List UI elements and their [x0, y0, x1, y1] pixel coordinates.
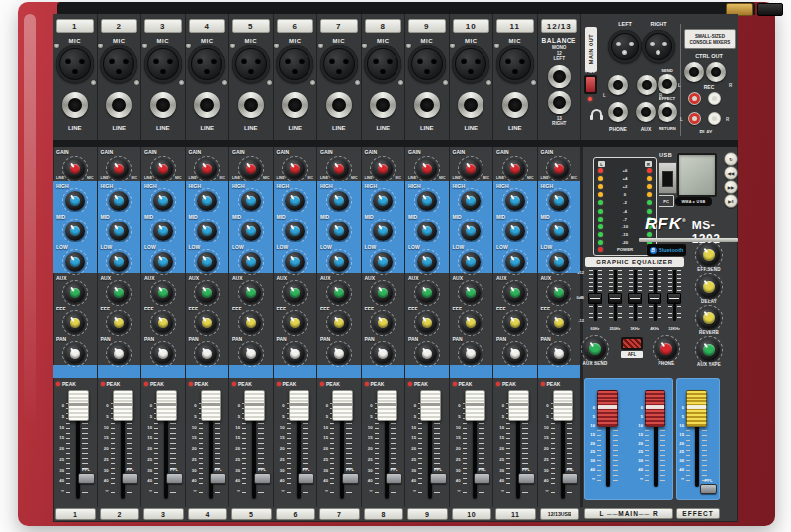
mid-eq-knob[interactable] [417, 222, 437, 241]
mid-eq-knob[interactable] [153, 222, 173, 241]
mid-eq-knob[interactable] [549, 222, 569, 241]
gain-knob[interactable] [153, 159, 173, 179]
mid-eq-knob[interactable] [461, 222, 481, 241]
pan-knob[interactable] [241, 344, 261, 364]
eq-band-slider[interactable]: 4KHz [645, 268, 664, 333]
channel-fader[interactable] [289, 390, 309, 421]
pfl-button[interactable] [700, 484, 717, 494]
previous-track-button[interactable]: ◀◀ [724, 166, 738, 180]
high-eq-knob[interactable] [241, 191, 261, 211]
phone-level-knob[interactable] [656, 338, 677, 360]
main-left-fader[interactable] [597, 390, 618, 427]
channel-fader[interactable] [465, 390, 485, 421]
gain-knob[interactable] [373, 159, 393, 179]
channel-fader[interactable] [68, 390, 89, 421]
aux-send-knob[interactable] [417, 283, 437, 303]
gain-knob[interactable] [109, 159, 129, 179]
aux-send-knob[interactable] [549, 283, 569, 303]
mid-eq-knob[interactable] [241, 222, 261, 241]
pfl-button[interactable] [254, 473, 271, 484]
gain-knob[interactable] [549, 159, 569, 179]
mid-eq-knob[interactable] [65, 222, 85, 241]
effect-send-knob[interactable] [329, 313, 349, 333]
effect-send-knob[interactable] [109, 313, 129, 333]
aux-send-master-knob[interactable] [584, 338, 606, 360]
aux-send-knob[interactable] [197, 283, 217, 303]
effect-send-master-knob[interactable] [698, 244, 720, 266]
mid-eq-knob[interactable] [505, 222, 525, 241]
mid-eq-knob[interactable] [329, 222, 349, 241]
gain-knob[interactable] [505, 159, 525, 179]
pfl-button[interactable] [474, 473, 490, 484]
eq-slider-cap[interactable] [628, 293, 642, 304]
eq-slider-cap[interactable] [667, 293, 681, 304]
gain-knob[interactable] [461, 159, 481, 179]
pan-knob[interactable] [109, 344, 129, 364]
channel-fader[interactable] [201, 390, 221, 421]
pan-knob[interactable] [549, 344, 569, 364]
phantom-power-switch[interactable] [584, 75, 597, 94]
low-eq-knob[interactable] [109, 252, 129, 272]
low-eq-knob[interactable] [65, 252, 85, 272]
aux-send-knob[interactable] [285, 283, 305, 303]
play-pause-button[interactable]: ▶‖ [724, 194, 738, 208]
pfl-button[interactable] [122, 473, 138, 484]
channel-fader[interactable] [553, 390, 573, 421]
aux-tape-knob[interactable] [698, 339, 720, 361]
channel-fader[interactable] [244, 390, 265, 421]
eq-slider-cap[interactable] [608, 293, 622, 304]
mid-eq-knob[interactable] [109, 222, 129, 241]
pfl-button[interactable] [518, 473, 535, 484]
pan-knob[interactable] [417, 344, 437, 364]
high-eq-knob[interactable] [285, 191, 305, 211]
pan-knob[interactable] [65, 344, 85, 364]
pan-knob[interactable] [329, 344, 349, 364]
effect-send-knob[interactable] [153, 313, 173, 333]
power-switch[interactable] [757, 3, 783, 16]
eq-slider-cap[interactable] [648, 293, 661, 304]
aux-send-knob[interactable] [329, 283, 349, 303]
effect-fader[interactable] [686, 390, 707, 427]
gain-knob[interactable] [197, 159, 217, 179]
mid-eq-knob[interactable] [285, 222, 305, 241]
pfl-button[interactable] [210, 473, 226, 484]
channel-fader[interactable] [332, 390, 353, 421]
afl-button[interactable] [621, 337, 643, 350]
effect-send-knob[interactable] [373, 313, 393, 333]
pan-knob[interactable] [285, 344, 305, 364]
pfl-button[interactable] [342, 473, 359, 484]
eq-band-slider[interactable]: 250Hz [605, 268, 625, 333]
reverb-knob[interactable] [698, 308, 720, 329]
effect-send-knob[interactable] [241, 313, 261, 333]
eq-band-slider[interactable]: 1KHz [625, 268, 645, 333]
high-eq-knob[interactable] [549, 191, 569, 211]
effect-send-knob[interactable] [285, 313, 305, 333]
high-eq-knob[interactable] [505, 191, 525, 211]
high-eq-knob[interactable] [65, 191, 85, 211]
pan-knob[interactable] [461, 344, 481, 364]
channel-fader[interactable] [377, 390, 397, 421]
low-eq-knob[interactable] [417, 252, 437, 272]
low-eq-knob[interactable] [461, 252, 481, 272]
repeat-button[interactable]: ↻ [724, 152, 738, 166]
aux-send-knob[interactable] [505, 283, 525, 303]
effect-send-knob[interactable] [197, 313, 217, 333]
pfl-button[interactable] [78, 473, 95, 484]
effect-send-knob[interactable] [65, 313, 85, 333]
pfl-button[interactable] [562, 473, 578, 484]
aux-send-knob[interactable] [153, 283, 173, 303]
channel-fader[interactable] [420, 390, 441, 421]
aux-send-knob[interactable] [461, 283, 481, 303]
delay-knob[interactable] [698, 276, 720, 298]
effect-send-knob[interactable] [417, 313, 437, 333]
gain-knob[interactable] [65, 159, 85, 179]
high-eq-knob[interactable] [197, 191, 217, 211]
low-eq-knob[interactable] [505, 252, 525, 272]
low-eq-knob[interactable] [153, 252, 173, 272]
gain-knob[interactable] [417, 159, 437, 179]
high-eq-knob[interactable] [417, 191, 437, 211]
pfl-button[interactable] [298, 473, 314, 484]
high-eq-knob[interactable] [329, 191, 349, 211]
eq-slider-cap[interactable] [588, 293, 602, 304]
pfl-button[interactable] [166, 473, 183, 484]
